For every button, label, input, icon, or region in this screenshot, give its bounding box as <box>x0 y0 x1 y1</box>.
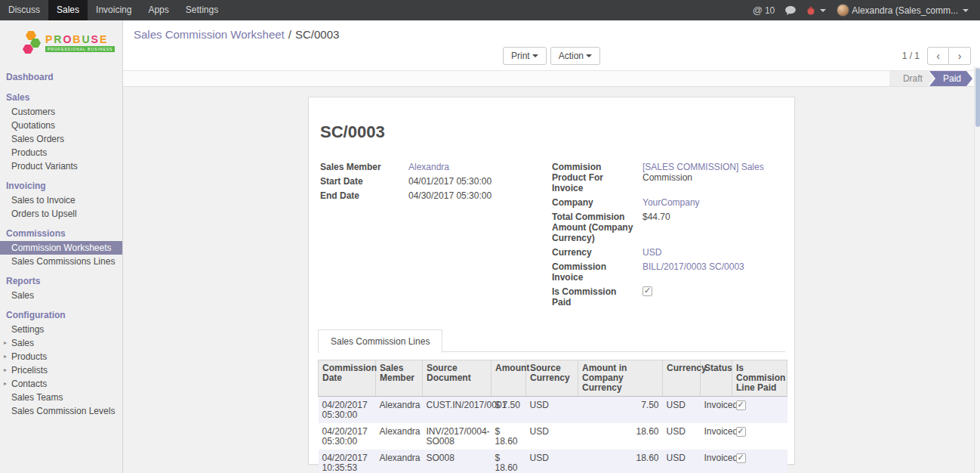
table-row[interactable]: 04/20/2017 10:35:53 Alexandra SO008 $ 18… <box>319 450 787 473</box>
debug-icon <box>806 6 815 15</box>
top-navbar: Discuss Sales Invoicing Apps Settings @ … <box>0 0 980 20</box>
field-value-sales-member[interactable]: Alexandra <box>408 162 449 172</box>
sidebar-item-sales-to-invoice[interactable]: Sales to Invoice <box>0 193 122 207</box>
scrollbar-thumb[interactable] <box>975 68 980 127</box>
tab-sales-commission-lines[interactable]: Sales Commission Lines <box>318 329 442 353</box>
field-value-commission-product: [SALES COMMISSION] SalesCommission <box>643 162 764 193</box>
caret-down-icon <box>820 9 826 12</box>
cell-currency: USD <box>663 397 701 424</box>
cell-amount: $ 7.50 <box>492 397 526 424</box>
is-commission-paid-checkbox[interactable] <box>643 286 652 296</box>
user-menu[interactable]: Alexandra (Sales_comm... <box>831 0 974 20</box>
col-header-sales-member[interactable]: Sales Member <box>376 360 423 397</box>
sidebar-item-quotations[interactable]: Quotations <box>0 119 122 132</box>
cell-source-currency: USD <box>526 397 578 424</box>
caret-down-icon <box>532 54 538 57</box>
sidebar-item-label: Products <box>11 351 47 362</box>
sidebar-item-config-contacts[interactable]: ▸Contacts <box>0 377 122 391</box>
line-paid-checkbox[interactable] <box>736 453 746 463</box>
sidebar-item-config-pricelists[interactable]: ▸Pricelists <box>0 363 122 377</box>
col-header-source-document[interactable]: Source Document <box>423 360 492 397</box>
sidebar-item-config-sales[interactable]: ▸Sales <box>0 336 122 350</box>
pager-next-button[interactable]: › <box>949 47 971 65</box>
sidebar-heading-invoicing[interactable]: Invoicing <box>0 178 122 193</box>
field-value-commission-invoice[interactable]: BILL/2017/0003 SC/0003 <box>643 261 744 283</box>
status-paid[interactable]: Paid <box>929 71 972 86</box>
cell-status: Invoiced <box>701 397 732 424</box>
sidebar-heading-commissions[interactable]: Commissions <box>0 226 122 241</box>
field-start-date: Start Date 04/01/2017 05:30:00 <box>320 176 552 187</box>
field-group: Sales Member Alexandra Start Date 04/01/… <box>318 162 785 311</box>
line-paid-checkbox[interactable] <box>736 427 746 437</box>
sidebar-item-customers[interactable]: Customers <box>0 105 122 119</box>
sidebar-heading-configuration[interactable]: Configuration <box>0 308 122 323</box>
col-header-status[interactable]: Status <box>701 360 732 397</box>
sidebar-item-orders-to-upsell[interactable]: Orders to Upsell <box>0 207 122 221</box>
table-row[interactable]: 04/20/2017 05:30:00 Alexandra INV/2017/0… <box>319 423 787 450</box>
field-value-currency[interactable]: USD <box>643 247 661 258</box>
print-button[interactable]: Print <box>503 47 547 65</box>
sidebar-item-product-variants[interactable]: Product Variants <box>0 159 122 173</box>
sidebar-item-sales-commission-levels[interactable]: Sales Commission Levels <box>0 404 122 418</box>
menu-settings[interactable]: Settings <box>177 0 227 20</box>
col-header-source-currency[interactable]: Source Currency <box>526 360 578 397</box>
cell-sales-member: Alexandra <box>376 423 423 450</box>
sidebar-heading-dashboard[interactable]: Dashboard <box>0 70 122 85</box>
menu-invoicing[interactable]: Invoicing <box>88 0 140 20</box>
record-title: SC/0003 <box>318 122 785 142</box>
control-panel: Sales Commission Worksheet/SC/0003 Print… <box>123 20 980 71</box>
col-header-currency[interactable]: Currency <box>663 360 701 397</box>
field-label: Company <box>552 197 643 208</box>
expand-caret-icon: ▸ <box>4 352 7 361</box>
debug-menu[interactable] <box>801 0 831 20</box>
field-total-commission: Total Commision Amount (Company Currency… <box>552 212 785 243</box>
sidebar-item-reports-sales[interactable]: Sales <box>0 289 122 302</box>
sidebar-heading-sales[interactable]: Sales <box>0 90 122 105</box>
sidebar-item-commission-worksheets[interactable]: Commission Worksheets <box>0 241 122 255</box>
col-header-commission-date[interactable]: Commission Date <box>319 360 376 397</box>
cell-amount: $ 18.60 <box>492 423 526 450</box>
cell-source-document: SO008 <box>423 450 492 473</box>
brand-letter: P <box>45 33 54 45</box>
field-value-start-date: 04/01/2017 05:30:00 <box>408 176 492 187</box>
col-header-amount-company-currency[interactable]: Amount in Company Currency <box>578 360 663 397</box>
action-button-label: Action <box>559 51 584 61</box>
col-header-amount[interactable]: Amount <box>492 360 526 397</box>
commission-product-rest: Commission <box>643 172 692 183</box>
brand-letter: E <box>100 33 108 45</box>
sidebar-item-sales-orders[interactable]: Sales Orders <box>0 132 122 146</box>
action-button[interactable]: Action <box>550 47 600 65</box>
col-header-is-commission-line-paid[interactable]: Is Commision Line Paid <box>732 360 787 397</box>
field-label: Total Commision Amount (Company Currency… <box>552 212 643 243</box>
sidebar-heading-reports[interactable]: Reports <box>0 274 122 289</box>
line-paid-checkbox[interactable] <box>736 400 746 410</box>
field-value-company[interactable]: YourCompany <box>643 197 700 208</box>
sidebar-item-config-products[interactable]: ▸Products <box>0 350 122 363</box>
chat-bubble-icon <box>785 6 796 15</box>
avatar <box>837 4 849 17</box>
breadcrumb-parent[interactable]: Sales Commission Worksheet <box>134 28 285 41</box>
field-sales-member: Sales Member Alexandra <box>320 162 552 172</box>
messages-icon[interactable] <box>780 0 801 20</box>
statusbar: Draft Paid <box>123 71 980 87</box>
cell-source-currency: USD <box>526 450 578 473</box>
status-draft[interactable]: Draft <box>889 71 934 86</box>
table-row[interactable]: 04/20/2017 05:30:00 Alexandra CUST.IN/20… <box>319 397 787 424</box>
sidebar-item-sales-teams[interactable]: Sales Teams <box>0 391 122 404</box>
expand-caret-icon: ▸ <box>4 379 7 388</box>
menu-sales[interactable]: Sales <box>48 0 88 20</box>
pager-count: 1 / 1 <box>902 51 920 61</box>
commission-product-link[interactable]: [SALES COMMISSION] Sales <box>643 162 764 172</box>
sidebar-item-products[interactable]: Products <box>0 146 122 159</box>
pager-previous-button[interactable]: ‹ <box>927 47 949 65</box>
menu-discuss[interactable]: Discuss <box>0 0 48 20</box>
field-commission-invoice: Commission Invoice BILL/2017/0003 SC/000… <box>552 261 785 283</box>
mentions-counter[interactable]: @ 10 <box>747 0 781 20</box>
sidebar-item-label: Pricelists <box>11 365 48 376</box>
menu-apps[interactable]: Apps <box>140 0 177 20</box>
sidebar-item-sales-commissions-lines[interactable]: Sales Commissions Lines <box>0 255 122 268</box>
vertical-scrollbar[interactable] <box>974 66 980 473</box>
brand-letter: S <box>91 33 100 45</box>
sidebar-item-settings[interactable]: Settings <box>0 323 122 336</box>
breadcrumb: Sales Commission Worksheet/SC/0003 <box>123 20 980 45</box>
